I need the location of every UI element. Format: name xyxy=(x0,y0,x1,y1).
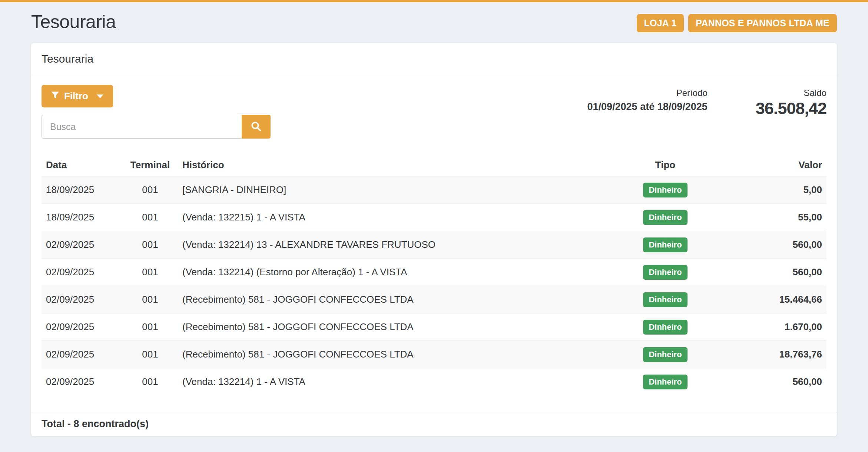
tipo-badge: Dinheiro xyxy=(643,210,687,225)
top-accent-bar xyxy=(0,0,868,2)
saldo-label: Saldo xyxy=(756,88,826,98)
cell-data: 18/09/2025 xyxy=(42,204,122,231)
filter-search-group: Filtro xyxy=(42,85,271,139)
cell-terminal: 001 xyxy=(122,286,178,313)
tipo-badge: Dinheiro xyxy=(643,292,687,307)
cell-terminal: 001 xyxy=(122,313,178,341)
cell-valor: 15.464,66 xyxy=(704,286,826,313)
cell-data: 02/09/2025 xyxy=(42,313,122,341)
column-header-terminal: Terminal xyxy=(122,154,178,176)
transactions-table: Data Terminal Histórico Tipo Valor 18/09… xyxy=(42,154,826,396)
cell-data: 02/09/2025 xyxy=(42,259,122,286)
period-value: 01/09/2025 até 18/09/2025 xyxy=(587,101,708,113)
tipo-badge: Dinheiro xyxy=(643,183,687,197)
cell-tipo: Dinheiro xyxy=(626,204,704,231)
cell-data: 02/09/2025 xyxy=(42,368,122,396)
cell-historico: (Recebimento) 581 - JOGGOFI CONFECCOES L… xyxy=(178,286,626,313)
table-row: 02/09/2025001(Venda: 132214) 13 - ALEXAN… xyxy=(42,231,826,259)
cell-tipo: Dinheiro xyxy=(626,368,704,396)
cell-tipo: Dinheiro xyxy=(626,176,704,204)
tipo-badge: Dinheiro xyxy=(643,375,687,389)
saldo-value: 36.508,42 xyxy=(756,99,826,118)
tipo-badge: Dinheiro xyxy=(643,320,687,335)
column-header-data: Data xyxy=(42,154,122,176)
filter-button[interactable]: Filtro xyxy=(42,85,113,107)
search-input[interactable] xyxy=(42,115,242,139)
cell-tipo: Dinheiro xyxy=(626,259,704,286)
cell-terminal: 001 xyxy=(122,204,178,231)
cell-terminal: 001 xyxy=(122,176,178,204)
column-header-tipo: Tipo xyxy=(626,154,704,176)
cell-valor: 18.763,76 xyxy=(704,341,826,368)
period-label: Período xyxy=(587,88,708,98)
table-row: 02/09/2025001(Venda: 132214) (Estorno po… xyxy=(42,259,826,286)
cell-historico: (Recebimento) 581 - JOGGOFI CONFECCOES L… xyxy=(178,341,626,368)
table-row: 02/09/2025001(Recebimento) 581 - JOGGOFI… xyxy=(42,341,826,368)
tipo-badge: Dinheiro xyxy=(643,237,687,252)
search-row xyxy=(42,115,271,139)
card-body: Filtro xyxy=(31,75,837,412)
page: Tesouraria LOJA 1 PANNOS E PANNOS LTDA M… xyxy=(0,9,868,436)
page-header: Tesouraria LOJA 1 PANNOS E PANNOS LTDA M… xyxy=(31,9,837,33)
cell-tipo: Dinheiro xyxy=(626,231,704,259)
toolbar: Filtro xyxy=(42,85,826,139)
cell-data: 02/09/2025 xyxy=(42,286,122,313)
cell-terminal: 001 xyxy=(122,259,178,286)
cell-tipo: Dinheiro xyxy=(626,286,704,313)
cell-data: 18/09/2025 xyxy=(42,176,122,204)
cell-historico: (Recebimento) 581 - JOGGOFI CONFECCOES L… xyxy=(178,313,626,341)
search-button[interactable] xyxy=(242,115,271,139)
store-badges: LOJA 1 PANNOS E PANNOS LTDA ME xyxy=(637,14,837,32)
table-total: Total - 8 encontrado(s) xyxy=(31,412,837,436)
cell-data: 02/09/2025 xyxy=(42,341,122,368)
cell-data: 02/09/2025 xyxy=(42,231,122,259)
page-title: Tesouraria xyxy=(31,11,116,33)
stats: Período 01/09/2025 até 18/09/2025 Saldo … xyxy=(587,85,827,118)
saldo-stat: Saldo 36.508,42 xyxy=(756,88,826,118)
cell-tipo: Dinheiro xyxy=(626,313,704,341)
funnel-icon xyxy=(51,90,59,102)
cell-valor: 560,00 xyxy=(704,368,826,396)
cell-historico: (Venda: 132214) (Estorno por Alteração) … xyxy=(178,259,626,286)
chevron-down-icon xyxy=(97,94,103,98)
column-header-historico: Histórico xyxy=(178,154,626,176)
cell-tipo: Dinheiro xyxy=(626,341,704,368)
card-title: Tesouraria xyxy=(31,43,837,75)
tipo-badge: Dinheiro xyxy=(643,265,687,280)
tesouraria-card: Tesouraria Filtro xyxy=(31,43,837,436)
cell-terminal: 001 xyxy=(122,341,178,368)
store-badge-company[interactable]: PANNOS E PANNOS LTDA ME xyxy=(688,14,837,32)
cell-historico: [SANGRIA - DINHEIRO] xyxy=(178,176,626,204)
table-row: 18/09/2025001[SANGRIA - DINHEIRO]Dinheir… xyxy=(42,176,826,204)
store-badge-loja[interactable]: LOJA 1 xyxy=(637,14,684,32)
cell-valor: 5,00 xyxy=(704,176,826,204)
table-row: 02/09/2025001(Venda: 132214) 1 - A VISTA… xyxy=(42,368,826,396)
table-body: 18/09/2025001[SANGRIA - DINHEIRO]Dinheir… xyxy=(42,176,826,396)
cell-historico: (Venda: 132215) 1 - A VISTA xyxy=(178,204,626,231)
table-row: 18/09/2025001(Venda: 132215) 1 - A VISTA… xyxy=(42,204,826,231)
cell-terminal: 001 xyxy=(122,368,178,396)
cell-historico: (Venda: 132214) 13 - ALEXANDRE TAVARES F… xyxy=(178,231,626,259)
table-head: Data Terminal Histórico Tipo Valor xyxy=(42,154,826,176)
search-icon xyxy=(251,121,262,133)
cell-valor: 1.670,00 xyxy=(704,313,826,341)
cell-terminal: 001 xyxy=(122,231,178,259)
table-row: 02/09/2025001(Recebimento) 581 - JOGGOFI… xyxy=(42,313,826,341)
table-header-row: Data Terminal Histórico Tipo Valor xyxy=(42,154,826,176)
cell-valor: 560,00 xyxy=(704,231,826,259)
table-row: 02/09/2025001(Recebimento) 581 - JOGGOFI… xyxy=(42,286,826,313)
cell-valor: 55,00 xyxy=(704,204,826,231)
column-header-valor: Valor xyxy=(704,154,826,176)
cell-historico: (Venda: 132214) 1 - A VISTA xyxy=(178,368,626,396)
filter-button-label: Filtro xyxy=(64,90,88,102)
period-stat: Período 01/09/2025 até 18/09/2025 xyxy=(587,88,708,118)
tipo-badge: Dinheiro xyxy=(643,347,687,362)
cell-valor: 560,00 xyxy=(704,259,826,286)
